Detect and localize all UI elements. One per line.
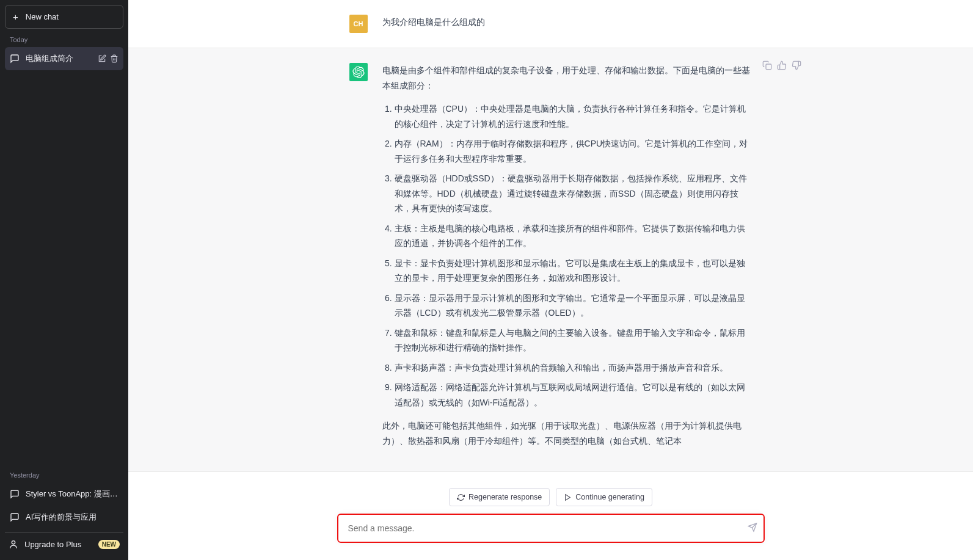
chat-icon bbox=[10, 54, 20, 64]
delete-icon[interactable] bbox=[110, 54, 118, 63]
assistant-avatar bbox=[349, 63, 368, 81]
yesterday-chat-list: Styler vs ToonApp: 漫画脸优势 AI写作的前景与应用 bbox=[5, 482, 123, 529]
assistant-list: 中央处理器（CPU）：中央处理器是电脑的大脑，负责执行各种计算任务和指令。它是计… bbox=[382, 101, 753, 410]
regenerate-button[interactable]: Regenerate response bbox=[449, 488, 550, 506]
chat-item-title: AI写作的前景与应用 bbox=[26, 512, 118, 523]
assistant-message-content: 电脑是由多个组件和部件组成的复杂电子设备，用于处理、存储和输出数据。下面是电脑的… bbox=[382, 63, 753, 457]
chat-item-title: 电脑组成简介 bbox=[26, 53, 92, 64]
svg-marker-2 bbox=[566, 494, 570, 500]
chat-item-active[interactable]: 电脑组成简介 bbox=[5, 47, 123, 70]
assistant-outro: 此外，电脑还可能包括其他组件，如光驱（用于读取光盘）、电源供应器（用于为计算机提… bbox=[382, 418, 753, 448]
refresh-icon bbox=[457, 493, 465, 501]
copy-icon[interactable] bbox=[762, 60, 772, 70]
new-chat-button[interactable]: + New chat bbox=[5, 5, 123, 29]
upgrade-button[interactable]: Upgrade to Plus NEW bbox=[5, 533, 123, 555]
message-input[interactable] bbox=[337, 514, 765, 543]
thumbs-up-icon[interactable] bbox=[777, 60, 787, 70]
assistant-message-row: 电脑是由多个组件和部件组成的复杂电子设备，用于处理、存储和输出数据。下面是电脑的… bbox=[128, 48, 973, 472]
continue-icon bbox=[564, 493, 572, 501]
plus-icon: + bbox=[13, 12, 18, 22]
message-actions bbox=[762, 60, 801, 70]
chat-item[interactable]: Styler vs ToonApp: 漫画脸优势 bbox=[5, 482, 123, 506]
yesterday-section-label: Yesterday bbox=[5, 464, 123, 482]
chat-icon bbox=[10, 512, 20, 522]
svg-rect-1 bbox=[766, 64, 771, 70]
conversation-thread: CH 为我介绍电脑是什么组成的 电脑是由多个组件和部件组成的复杂电子设备，用于处… bbox=[128, 0, 973, 476]
list-item: 显示器：显示器用于显示计算机的图形和文字输出。它通常是一个平面显示屏，可以是液晶… bbox=[395, 291, 753, 321]
footer: Regenerate response Continue generating bbox=[128, 476, 973, 560]
user-icon bbox=[9, 539, 18, 549]
sidebar: + New chat Today 电脑组成简介 Yesterday Styler… bbox=[0, 0, 128, 560]
edit-icon[interactable] bbox=[98, 54, 106, 63]
list-item: 显卡：显卡负责处理计算机图形和显示输出。它可以是集成在主板上的集成显卡，也可以是… bbox=[395, 256, 753, 286]
chat-icon bbox=[10, 489, 20, 499]
continue-label: Continue generating bbox=[575, 493, 644, 501]
svg-point-0 bbox=[12, 541, 15, 544]
new-chat-label: New chat bbox=[26, 12, 59, 21]
main-area: CH 为我介绍电脑是什么组成的 电脑是由多个组件和部件组成的复杂电子设备，用于处… bbox=[128, 0, 973, 560]
new-badge: NEW bbox=[98, 540, 120, 549]
chat-item-title: Styler vs ToonApp: 漫画脸优势 bbox=[26, 489, 118, 500]
today-chat-list: 电脑组成简介 bbox=[5, 47, 123, 70]
user-message-row: CH 为我介绍电脑是什么组成的 bbox=[128, 0, 973, 48]
list-item: 硬盘驱动器（HDD或SSD）：硬盘驱动器用于长期存储数据，包括操作系统、应用程序… bbox=[395, 171, 753, 216]
continue-button[interactable]: Continue generating bbox=[556, 488, 652, 506]
regenerate-label: Regenerate response bbox=[468, 493, 542, 501]
thumbs-down-icon[interactable] bbox=[792, 60, 801, 70]
list-item: 中央处理器（CPU）：中央处理器是电脑的大脑，负责执行各种计算任务和指令。它是计… bbox=[395, 101, 753, 131]
list-item: 声卡和扬声器：声卡负责处理计算机的音频输入和输出，而扬声器用于播放声音和音乐。 bbox=[395, 360, 753, 376]
list-item: 主板：主板是电脑的核心电路板，承载和连接所有的组件和部件。它提供了数据传输和电力… bbox=[395, 221, 753, 251]
openai-logo-icon bbox=[352, 66, 365, 78]
list-item: 键盘和鼠标：键盘和鼠标是人与电脑之间的主要输入设备。键盘用于输入文字和命令，鼠标… bbox=[395, 325, 753, 355]
user-avatar: CH bbox=[349, 15, 368, 33]
list-item: 网络适配器：网络适配器允许计算机与互联网或局域网进行通信。它可以是有线的（如以太… bbox=[395, 380, 753, 410]
send-button[interactable] bbox=[748, 523, 757, 534]
today-section-label: Today bbox=[5, 29, 123, 47]
send-icon bbox=[748, 523, 757, 533]
assistant-intro: 电脑是由多个组件和部件组成的复杂电子设备，用于处理、存储和输出数据。下面是电脑的… bbox=[382, 63, 753, 93]
list-item: 内存（RAM）：内存用于临时存储数据和程序，供CPU快速访问。它是计算机的工作空… bbox=[395, 136, 753, 166]
chat-item[interactable]: AI写作的前景与应用 bbox=[5, 506, 123, 529]
upgrade-label: Upgrade to Plus bbox=[24, 540, 81, 549]
user-message-text: 为我介绍电脑是什么组成的 bbox=[382, 15, 753, 33]
